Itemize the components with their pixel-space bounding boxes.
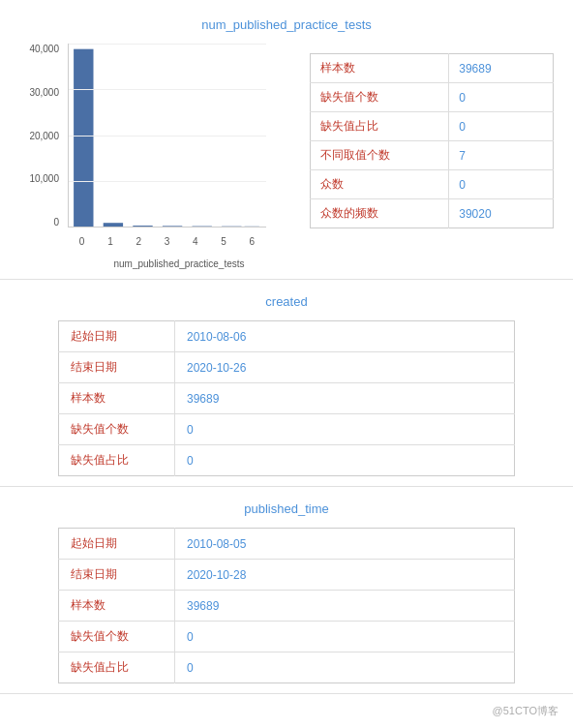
table-row: 起始日期2010-08-06 [59,321,515,352]
created-section-title: created [58,294,515,309]
x-tick-6: 6 [250,236,256,247]
created-section: created 起始日期2010-08-06结束日期2020-10-26样本数3… [0,280,573,487]
stat-label: 起始日期 [59,321,175,352]
y-axis: 40,000 30,000 20,000 10,000 0 [19,44,63,228]
table-row: 众数0 [311,170,554,199]
stat-value: 39689 [449,54,554,83]
stat-value: 0 [175,414,515,445]
published-time-section: published_time 起始日期2010-08-05结束日期2020-10… [0,487,573,694]
stat-value: 0 [175,652,515,683]
stat-label: 缺失值占比 [59,652,175,683]
table-row: 缺失值个数0 [59,414,515,445]
published-time-title: published_time [58,501,515,516]
x-tick-1: 1 [107,236,113,247]
stat-value: 2010-08-05 [175,529,515,560]
table-row: 结束日期2020-10-28 [59,560,515,591]
stat-label: 缺失值占比 [59,445,175,476]
y-tick-10000: 10,000 [29,173,59,184]
chart-bars-area [68,44,266,228]
stat-value: 0 [449,83,554,112]
table-row: 样本数39689 [311,54,554,83]
x-tick-0: 0 [79,236,85,247]
stat-label: 结束日期 [59,560,175,591]
y-tick-40000: 40,000 [29,44,59,54]
published-time-stats-table: 起始日期2010-08-05结束日期2020-10-28样本数39689缺失值个… [58,528,515,683]
table-row: 缺失值占比0 [311,112,554,141]
stat-value: 0 [175,622,515,652]
stat-value: 7 [449,141,554,170]
bar-0 [74,49,93,227]
stat-value: 0 [175,445,515,476]
stat-label: 缺失值个数 [59,414,175,445]
stat-value: 2010-08-06 [175,321,515,352]
bar-3 [163,226,182,227]
chart-section: num_published_practice_tests 40,000 30,0… [0,0,573,280]
table-row: 样本数39689 [59,383,515,414]
stat-label: 众数的频数 [311,199,449,228]
x-axis: 0 1 2 3 4 5 6 [68,236,266,247]
table-row: 结束日期2020-10-26 [59,352,515,383]
bar-1 [104,223,123,227]
stats-table-num-published: 样本数39689缺失值个数0缺失值占比0不同取值个数7众数0众数的频数39020 [310,53,554,228]
x-tick-5: 5 [221,236,226,247]
table-row: 缺失值占比0 [59,652,515,683]
y-tick-20000: 20,000 [29,131,59,141]
bar-chart-svg [69,44,266,227]
x-tick-3: 3 [165,236,170,247]
stat-label: 样本数 [59,591,175,622]
table-row: 样本数39689 [59,591,515,622]
stat-label: 众数 [311,170,449,199]
x-tick-4: 4 [193,236,198,247]
table-row: 缺失值个数0 [59,622,515,652]
stat-label: 结束日期 [59,352,175,383]
x-tick-2: 2 [136,236,141,247]
stat-value: 0 [449,170,554,199]
y-tick-0: 0 [53,217,59,228]
chart-content: 40,000 30,000 20,000 10,000 0 [19,44,554,269]
table-row: 缺失值占比0 [59,445,515,476]
watermark: @51CTO博客 [493,704,558,718]
table-row: 不同取值个数7 [311,141,554,170]
stat-label: 缺失值占比 [311,112,449,141]
stat-label: 起始日期 [59,529,175,560]
stat-label: 缺失值个数 [59,622,175,652]
stat-label: 不同取值个数 [311,141,449,170]
stat-value: 39689 [175,383,515,414]
stat-value: 39020 [449,199,554,228]
stat-label: 样本数 [311,54,449,83]
stat-label: 样本数 [59,383,175,414]
table-row: 众数的频数39020 [311,199,554,228]
stat-value: 39689 [175,591,515,622]
histogram-area: 40,000 30,000 20,000 10,000 0 [19,44,271,257]
histogram-container: 40,000 30,000 20,000 10,000 0 [19,44,290,269]
table-row: 起始日期2010-08-05 [59,529,515,560]
chart-x-title: num_published_practice_tests [68,258,290,269]
stat-label: 缺失值个数 [311,83,449,112]
stat-value: 2020-10-26 [175,352,515,383]
stat-value: 2020-10-28 [175,560,515,591]
stat-value: 0 [449,112,554,141]
chart-section-title: num_published_practice_tests [19,17,554,32]
created-stats-table: 起始日期2010-08-06结束日期2020-10-26样本数39689缺失值个… [58,320,515,476]
y-tick-30000: 30,000 [29,87,59,98]
bar-2 [133,226,152,227]
table-row: 缺失值个数0 [311,83,554,112]
